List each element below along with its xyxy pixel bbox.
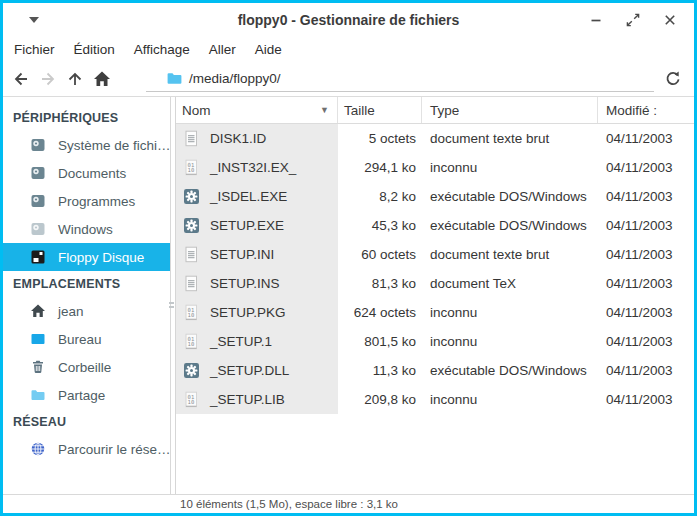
- back-icon: [12, 70, 30, 88]
- file-modified: 04/11/2003: [598, 298, 694, 327]
- menu-affichage[interactable]: Affichage: [133, 40, 191, 59]
- file-row-setup-ini[interactable]: SETUP.INI60 octetsdocument texte brut04/…: [176, 240, 694, 269]
- drive-icon: [30, 193, 46, 209]
- file-row-inst32i-ex[interactable]: 0110_INST32I.EX_294,1 koinconnu04/11/200…: [176, 153, 694, 182]
- file-name-cell: _SETUP.DLL: [176, 356, 338, 385]
- file-list-panel: Nom ▼ Taille Type Modifié : DISK1.ID5 oc…: [175, 97, 694, 494]
- folder-icon: [166, 70, 183, 87]
- file-row-disk1-id[interactable]: DISK1.ID5 octetsdocument texte brut04/11…: [176, 124, 694, 153]
- file-row-setup-lib[interactable]: 0110_SETUP.LIB209,8 koinconnu04/11/2003: [176, 385, 694, 414]
- column-header-type[interactable]: Type: [422, 97, 598, 123]
- close-icon: [662, 12, 678, 28]
- sidebar-item-jean[interactable]: jean: [3, 297, 170, 325]
- file-type: exécutable DOS/Windows: [422, 182, 598, 211]
- sidebar-scrollbar[interactable]: [169, 302, 174, 314]
- sidebar-section-p-riph-riques: PÉRIPHÉRIQUES: [3, 105, 170, 131]
- menu-aide[interactable]: Aide: [254, 40, 283, 59]
- file-size: 624 octets: [338, 298, 422, 327]
- file-name-cell: SETUP.INI: [176, 240, 338, 269]
- file-row-isdel-exe[interactable]: _ISDEL.EXE8,2 koexécutable DOS/Windows04…: [176, 182, 694, 211]
- file-name: SETUP.EXE: [210, 218, 284, 233]
- reload-button[interactable]: [664, 69, 682, 89]
- file-modified: 04/11/2003: [598, 211, 694, 240]
- file-name: _SETUP.1: [210, 334, 272, 349]
- floppy-icon: [30, 249, 46, 265]
- column-label: Taille: [344, 103, 375, 118]
- trash-icon: [30, 359, 46, 375]
- binary-file-icon: 0110: [182, 159, 200, 177]
- file-type: exécutable DOS/Windows: [422, 356, 598, 385]
- binary-file-icon: 0110: [182, 333, 200, 351]
- home-button[interactable]: [93, 69, 111, 89]
- file-modified: 04/11/2003: [598, 153, 694, 182]
- menubar: Fichier Édition Affichage Aller Aide: [3, 36, 694, 62]
- up-icon: [66, 70, 84, 88]
- file-name: DISK1.ID: [210, 131, 266, 146]
- binary-file-icon: 0110: [182, 304, 200, 322]
- back-button[interactable]: [12, 69, 30, 89]
- menu-aller[interactable]: Aller: [208, 40, 237, 59]
- close-button[interactable]: [662, 12, 678, 28]
- file-name-cell: _ISDEL.EXE: [176, 182, 338, 211]
- file-row-setup-dll[interactable]: _SETUP.DLL11,3 koexécutable DOS/Windows0…: [176, 356, 694, 385]
- file-type: document TeX: [422, 269, 598, 298]
- executable-icon: [182, 217, 200, 235]
- sidebar-item-floppy-disque[interactable]: Floppy Disque: [3, 243, 170, 271]
- forward-button[interactable]: [39, 69, 57, 89]
- column-header-row: Nom ▼ Taille Type Modifié :: [176, 97, 694, 124]
- sidebar-item-label: Bureau: [58, 332, 102, 347]
- up-button[interactable]: [66, 69, 84, 89]
- file-size: 8,2 ko: [338, 182, 422, 211]
- sidebar-item-syst-me-de-fichi[interactable]: Système de fichi…: [3, 131, 170, 159]
- file-name-cell: SETUP.INS: [176, 269, 338, 298]
- file-row-setup-exe[interactable]: SETUP.EXE45,3 koexécutable DOS/Windows04…: [176, 211, 694, 240]
- file-row-setup-pkg[interactable]: 0110SETUP.PKG624 octetsinconnu04/11/2003: [176, 298, 694, 327]
- column-label: Type: [430, 103, 459, 118]
- sidebar-item-parcourir-le-r-se[interactable]: Parcourir le rése…: [3, 435, 170, 463]
- file-type: document texte brut: [422, 240, 598, 269]
- column-header-nom[interactable]: Nom ▼: [176, 97, 338, 123]
- menu-edition[interactable]: Édition: [73, 40, 116, 59]
- sidebar-item-label: Parcourir le rése…: [58, 442, 170, 457]
- file-row-setup-ins[interactable]: SETUP.INS81,3 kodocument TeX04/11/2003: [176, 269, 694, 298]
- file-size: 81,3 ko: [338, 269, 422, 298]
- file-name: _ISDEL.EXE: [210, 189, 287, 204]
- file-type: inconnu: [422, 327, 598, 356]
- file-modified: 04/11/2003: [598, 356, 694, 385]
- path-input[interactable]: /media/floppy0/: [146, 66, 654, 92]
- file-modified: 04/11/2003: [598, 385, 694, 414]
- network-icon: [30, 441, 46, 457]
- file-size: 45,3 ko: [338, 211, 422, 240]
- menu-fichier[interactable]: Fichier: [13, 40, 56, 59]
- file-type: exécutable DOS/Windows: [422, 211, 598, 240]
- sidebar-item-bureau[interactable]: Bureau: [3, 325, 170, 353]
- column-header-taille[interactable]: Taille: [338, 97, 422, 123]
- sidebar-item-partage[interactable]: Partage: [3, 381, 170, 409]
- file-manager-window: floppy0 - Gestionnaire de fichiers Fichi…: [0, 0, 697, 516]
- path-value: /media/floppy0/: [189, 71, 281, 86]
- drive-icon: [30, 221, 46, 237]
- file-size: 294,1 ko: [338, 153, 422, 182]
- svg-text:10: 10: [187, 167, 194, 173]
- window-menu-button[interactable]: [29, 16, 41, 24]
- restore-button[interactable]: [625, 12, 641, 28]
- file-type: inconnu: [422, 385, 598, 414]
- status-text: 10 éléments (1,5 Mo), espace libre : 3,1…: [180, 498, 398, 510]
- column-label: Nom: [182, 103, 211, 118]
- sidebar-item-label: Documents: [58, 166, 126, 181]
- file-size: 209,8 ko: [338, 385, 422, 414]
- svg-text:10: 10: [187, 399, 194, 405]
- file-type: inconnu: [422, 298, 598, 327]
- sidebar-item-windows[interactable]: Windows: [3, 215, 170, 243]
- minimize-button[interactable]: [588, 12, 604, 28]
- statusbar: 10 éléments (1,5 Mo), espace libre : 3,1…: [3, 495, 694, 513]
- desktop-icon: [30, 331, 46, 347]
- sidebar-item-documents[interactable]: Documents: [3, 159, 170, 187]
- toolbar: /media/floppy0/: [3, 62, 694, 97]
- sidebar-item-programmes[interactable]: Programmes: [3, 187, 170, 215]
- home-icon: [93, 70, 111, 88]
- file-row-setup-1[interactable]: 0110_SETUP.1801,5 koinconnu04/11/2003: [176, 327, 694, 356]
- column-header-modifie[interactable]: Modifié :: [598, 97, 694, 123]
- sidebar-item-label: Corbeille: [58, 360, 111, 375]
- sidebar-item-corbeille[interactable]: Corbeille: [3, 353, 170, 381]
